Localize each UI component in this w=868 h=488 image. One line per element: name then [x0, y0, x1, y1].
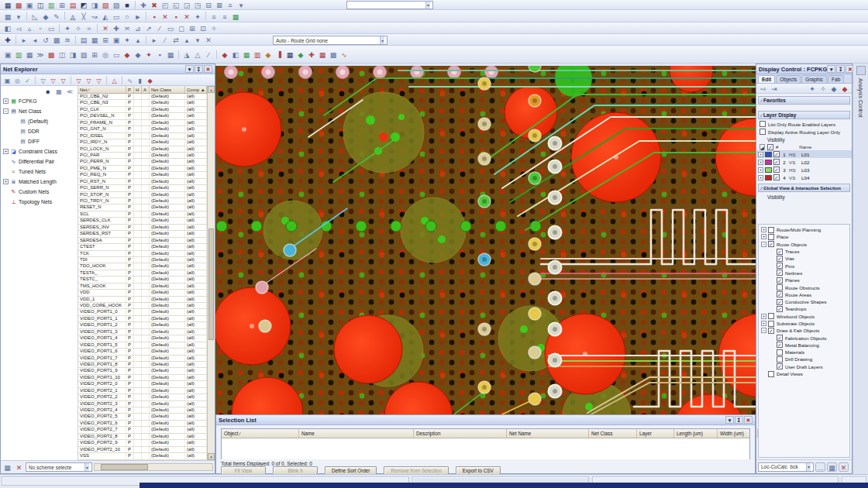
tree-item[interactable]: −▤Net Class [1, 106, 78, 116]
net-explorer-titlebar[interactable]: Net Explorer ▾ ↧ ✕ [1, 64, 215, 74]
toolbar-icon[interactable]: ≈ [84, 23, 95, 33]
toolbar-icon[interactable]: ✕ [181, 12, 192, 21]
tree-expander[interactable]: + [761, 314, 766, 319]
visibility-checkbox[interactable] [768, 313, 774, 319]
net-row[interactable]: SCLP(Default)(all) [78, 211, 207, 218]
layer-expander[interactable]: + [758, 152, 763, 157]
toolbar-icon[interactable]: ▨ [111, 0, 122, 9]
column-header[interactable]: Layer [637, 429, 674, 438]
toolbar-icon[interactable]: ▣ [24, 0, 35, 9]
column-header[interactable]: A [142, 86, 150, 93]
visibility-tree-item[interactable]: ✓User Draft Layers [759, 363, 849, 370]
visibility-checkbox[interactable] [768, 371, 774, 377]
toolbar-icon[interactable]: ◺ [29, 12, 40, 21]
scrollbar-thumb[interactable] [208, 229, 214, 341]
visibility-tree-item[interactable]: −✓Route Objects [759, 241, 849, 248]
pcb-canvas[interactable] [215, 66, 756, 414]
tab-objects[interactable]: Objects [776, 75, 801, 83]
toolbar-icon[interactable]: ▭ [111, 50, 122, 59]
visibility-checkbox[interactable]: ✓ [777, 277, 783, 284]
net-row[interactable]: PCI_PME_NP(Default)(all) [78, 166, 207, 172]
toolbar-icon[interactable]: ◆ [828, 84, 839, 93]
toolbar-icon[interactable]: ↺ [40, 35, 51, 44]
toolbar-icon[interactable]: ▦ [317, 50, 328, 59]
net-row[interactable]: TESTC_P(Default)(all) [78, 277, 207, 283]
toolbar-icon[interactable]: ≋ [62, 35, 73, 44]
toolbar-icon[interactable]: ▽ [94, 76, 104, 84]
visibility-tree-item[interactable]: Materials [759, 349, 849, 356]
net-row[interactable]: PCI_LOCK_NP(Default)(all) [78, 146, 207, 153]
visibility-checkbox[interactable]: ✓ [777, 306, 783, 312]
toolbar-icon[interactable]: ⊠ [214, 0, 225, 9]
column-header[interactable]: P [126, 86, 134, 93]
toolbar-icon[interactable]: ▫ [35, 23, 46, 33]
checkbox[interactable] [760, 121, 766, 127]
toolbar-icon[interactable]: ✓ [22, 76, 33, 84]
toolbar-icon[interactable]: ▽ [84, 76, 94, 84]
net-row[interactable]: SERDES_RSTP(Default)(all) [78, 231, 207, 237]
toolbar-icon[interactable]: ◳ [192, 0, 203, 9]
checkbox[interactable] [760, 129, 766, 135]
chevron-down-icon[interactable]: ▾ [806, 463, 811, 471]
visibility-checkbox[interactable]: ✓ [777, 249, 783, 255]
toolbar-icon[interactable]: ▾ [13, 12, 24, 21]
tree-expander[interactable]: + [3, 149, 9, 154]
toolbar-icon[interactable]: ▤ [78, 35, 89, 44]
toolbar-icon[interactable]: ≡ [208, 12, 219, 21]
net-row[interactable]: VIDEO_PORT1_1P(Default)(all) [78, 316, 207, 322]
toolbar-icon[interactable]: ✦ [807, 84, 818, 93]
toolbar-icon[interactable]: ✎ [51, 12, 62, 21]
tree-item[interactable]: +▦FCPKG [1, 96, 78, 106]
tree-expander[interactable]: + [3, 98, 9, 104]
column-header[interactable]: Name [299, 429, 414, 438]
toolbar-icon[interactable]: ▩ [46, 50, 57, 59]
tree-expander[interactable]: − [761, 328, 766, 333]
favorites-section[interactable]: ∕ Favorites [758, 96, 850, 105]
net-row[interactable]: VIDEO_PORT1_3P(Default)(all) [78, 329, 207, 335]
visibility-tree-item[interactable]: Detail Views [759, 370, 849, 377]
toolbar-icon[interactable]: ◆ [40, 12, 51, 21]
toolbar-icon[interactable]: ◨ [67, 50, 78, 59]
net-table-hscrollbar[interactable] [94, 463, 213, 471]
toolbar-icon[interactable]: ▽ [48, 76, 58, 84]
toolbar-icon[interactable]: ✧ [818, 84, 828, 93]
toolbar-icon[interactable]: ⇄ [170, 35, 181, 44]
toolbar-icon[interactable]: ◎ [100, 50, 111, 59]
layer-visibility-checkbox[interactable]: ✓ [773, 159, 780, 165]
visibility-checkbox[interactable]: ✓ [768, 328, 774, 334]
visibility-checkbox[interactable]: ✓ [777, 335, 783, 341]
toolbar-icon[interactable]: ◩ [78, 0, 89, 9]
net-row[interactable]: VIDEO_PORT1_10P(Default)(all) [78, 375, 207, 381]
pin-icon[interactable]: ↧ [836, 65, 845, 73]
toolbar-icon[interactable]: ✧ [73, 23, 84, 33]
toolbar-icon[interactable]: ⊞ [57, 0, 67, 9]
net-row[interactable]: VIDEO_PORT1_6P(Default)(all) [78, 349, 207, 355]
visibility-tree-item[interactable]: ✓Planes [759, 277, 849, 284]
toolbar-icon[interactable]: ▣ [111, 35, 122, 44]
tree-item[interactable]: ▤DDR [1, 126, 78, 136]
selection-list-titlebar[interactable]: Selection List ▾ ↧ ✕ [216, 415, 755, 425]
toolbar-icon[interactable]: ▭ [46, 23, 57, 33]
toolbar-icon[interactable]: ▥ [46, 0, 57, 9]
visibility-checkbox[interactable] [777, 349, 783, 356]
toolbar-icon[interactable]: ▭ [111, 12, 122, 21]
scrollbar-thumb[interactable] [101, 464, 148, 470]
tree-expander[interactable]: − [3, 108, 9, 114]
toolbar-icon[interactable]: ▪ [170, 12, 181, 21]
menu-icon[interactable]: ▾ [185, 65, 194, 73]
dc-scheme-combo[interactable]: Loc-CuCalc_bck ▾ [758, 462, 814, 472]
toolbar-icon[interactable]: ▴ [133, 35, 143, 44]
layer-expander[interactable]: + [758, 167, 763, 173]
net-row[interactable]: VIDEO_PORT2_0P(Default)(all) [78, 381, 207, 387]
toolbar-icon[interactable]: ◫ [57, 50, 67, 59]
toolbar-icon[interactable]: ▦ [2, 0, 13, 9]
net-row[interactable]: PCI_SERR_NP(Default)(all) [78, 185, 207, 191]
toolbar-icon[interactable]: ◲ [181, 0, 192, 9]
scroll-up-icon[interactable]: ▴ [208, 86, 215, 93]
net-row[interactable]: VDDP(Default)(all) [78, 290, 207, 296]
net-table-vscrollbar[interactable]: ▴ ▾ [207, 86, 215, 460]
toolbar-icon[interactable]: ⇨ [758, 84, 769, 93]
toolbar-icon[interactable]: ◆ [219, 50, 230, 59]
toolbar-icon[interactable]: ◆ [122, 50, 133, 59]
visibility-checkbox[interactable]: ✓ [777, 291, 783, 297]
